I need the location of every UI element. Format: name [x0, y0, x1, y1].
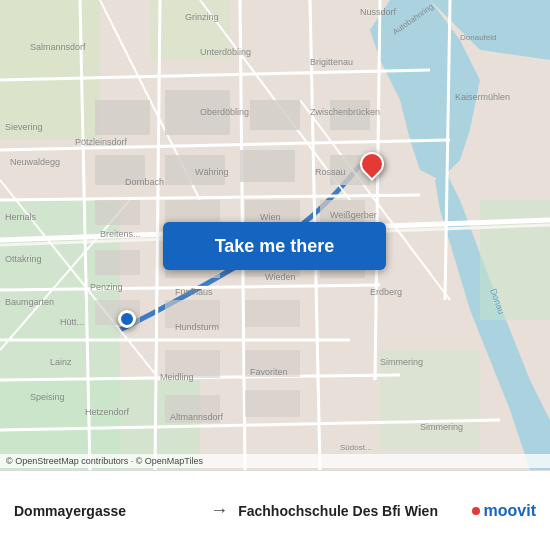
- svg-text:Brigittenau: Brigittenau: [310, 57, 353, 67]
- moovit-brand-text: moovit: [484, 502, 536, 520]
- svg-text:Lainz: Lainz: [50, 357, 72, 367]
- svg-rect-29: [250, 100, 300, 130]
- take-me-there-button[interactable]: Take me there: [163, 222, 386, 270]
- svg-text:Hernals: Hernals: [5, 212, 37, 222]
- svg-text:Penzing: Penzing: [90, 282, 123, 292]
- svg-text:Favoriten: Favoriten: [250, 367, 288, 377]
- svg-text:Meidling: Meidling: [160, 372, 194, 382]
- svg-text:Ottakring: Ottakring: [5, 254, 42, 264]
- svg-text:Sievering: Sievering: [5, 122, 43, 132]
- svg-rect-32: [240, 150, 295, 182]
- svg-rect-27: [95, 100, 150, 135]
- svg-rect-35: [95, 200, 140, 225]
- svg-rect-45: [245, 300, 300, 327]
- svg-text:Fünfhaus: Fünfhaus: [175, 287, 213, 297]
- svg-text:Zwischenbrücken: Zwischenbrücken: [310, 107, 380, 117]
- svg-text:Pötzleinsdorf: Pötzleinsdorf: [75, 137, 128, 147]
- svg-text:Salmannsdorf: Salmannsdorf: [30, 42, 86, 52]
- svg-text:Erdberg: Erdberg: [370, 287, 402, 297]
- svg-text:Oberdöbling: Oberdöbling: [200, 107, 249, 117]
- moovit-dot-icon: [472, 507, 480, 515]
- svg-text:Donaufeld: Donaufeld: [460, 33, 496, 42]
- svg-text:Südost...: Südost...: [340, 443, 372, 452]
- svg-rect-49: [245, 390, 300, 417]
- attribution-text: © OpenStreetMap contributors · © OpenMap…: [6, 456, 203, 466]
- destination-marker: [360, 152, 384, 182]
- svg-text:Kaisermühlen: Kaisermühlen: [455, 92, 510, 102]
- svg-text:Nussdorf: Nussdorf: [360, 7, 397, 17]
- svg-text:Wien: Wien: [260, 212, 281, 222]
- svg-text:Weißgerber: Weißgerber: [330, 210, 377, 220]
- svg-rect-39: [95, 250, 140, 275]
- svg-text:Rossau: Rossau: [315, 167, 346, 177]
- svg-text:Altmannsdorf: Altmannsdorf: [170, 412, 224, 422]
- svg-text:Währing: Währing: [195, 167, 229, 177]
- svg-text:Baumgarten: Baumgarten: [5, 297, 54, 307]
- origin-label: Dommayergasse: [14, 503, 200, 519]
- svg-text:Simmering: Simmering: [420, 422, 463, 432]
- svg-text:Hundsturm: Hundsturm: [175, 322, 219, 332]
- map-attribution: © OpenStreetMap contributors · © OpenMap…: [0, 454, 550, 468]
- svg-text:Hütt...: Hütt...: [60, 317, 84, 327]
- origin-marker: [118, 310, 136, 328]
- svg-text:Hetzendorf: Hetzendorf: [85, 407, 130, 417]
- bottom-bar: Dommayergasse → Fachhochschule Des Bfi W…: [0, 470, 550, 550]
- map-container: Salmannsdorf Grinzing Nussdorf Donaufeld…: [0, 0, 550, 470]
- moovit-logo: moovit: [472, 502, 536, 520]
- svg-text:Speising: Speising: [30, 392, 65, 402]
- svg-text:Neuwaldegg: Neuwaldegg: [10, 157, 60, 167]
- destination-label: Fachhochschule Des Bfi Wien: [238, 503, 461, 519]
- svg-text:Grinzing: Grinzing: [185, 12, 219, 22]
- route-arrow-icon: →: [210, 500, 228, 521]
- svg-rect-3: [0, 0, 100, 140]
- svg-text:Simmering: Simmering: [380, 357, 423, 367]
- route-info: Dommayergasse → Fachhochschule Des Bfi W…: [14, 500, 462, 521]
- svg-text:Unterdöbling: Unterdöbling: [200, 47, 251, 57]
- svg-text:Wieden: Wieden: [265, 272, 296, 282]
- svg-text:Breitens...: Breitens...: [100, 229, 141, 239]
- svg-text:Dornbach: Dornbach: [125, 177, 164, 187]
